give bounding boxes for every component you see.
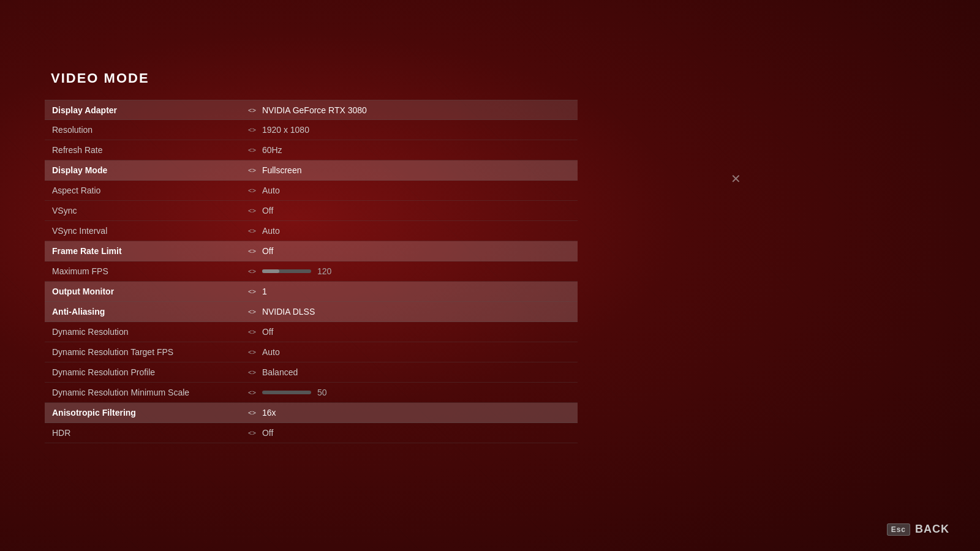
arrow-right-resolution[interactable]: >	[252, 126, 255, 133]
row-value-anisotropic-filtering: 16x	[262, 408, 276, 418]
esc-badge: Esc	[887, 523, 910, 536]
settings-row-maximum-fps[interactable]: Maximum FPS<>120	[45, 261, 578, 282]
arrows-anti-aliasing[interactable]: <>	[248, 308, 256, 315]
settings-row-vsync-interval[interactable]: VSync Interval<>Auto	[45, 221, 578, 241]
slider-fill-maximum-fps	[262, 269, 279, 273]
arrows-refresh-rate[interactable]: <>	[248, 146, 256, 154]
arrows-resolution[interactable]: <>	[248, 126, 256, 133]
row-value-dynamic-resolution: Off	[262, 327, 273, 337]
row-value-resolution: 1920 x 1080	[262, 125, 309, 135]
row-label-dynamic-resolution-target-fps: Dynamic Resolution Target FPS	[52, 347, 248, 357]
settings-row-display-mode[interactable]: Display Mode<>Fullscreen	[45, 160, 578, 181]
arrow-right-dynamic-resolution-profile[interactable]: >	[252, 369, 255, 376]
row-value-container-refresh-rate: <>60Hz	[248, 145, 570, 155]
arrows-aspect-ratio[interactable]: <>	[248, 187, 256, 194]
row-value-refresh-rate: 60Hz	[262, 145, 282, 155]
row-value-container-output-monitor: <>1	[248, 287, 570, 296]
arrow-right-vsync-interval[interactable]: >	[252, 227, 255, 234]
arrow-right-display-adapter[interactable]: >	[252, 107, 255, 114]
arrows-dynamic-resolution-minimum-scale[interactable]: <>	[248, 389, 256, 396]
slider-track-dynamic-resolution-minimum-scale[interactable]	[262, 391, 311, 394]
row-value-dynamic-resolution-profile: Balanced	[262, 367, 298, 377]
slider-number-dynamic-resolution-minimum-scale: 50	[317, 388, 336, 397]
settings-row-dynamic-resolution[interactable]: Dynamic Resolution<>Off	[45, 322, 578, 342]
row-label-anti-aliasing: Anti-Aliasing	[52, 307, 248, 317]
row-label-frame-rate-limit: Frame Rate Limit	[52, 246, 248, 256]
row-value-container-dynamic-resolution-profile: <>Balanced	[248, 367, 570, 377]
row-value-container-dynamic-resolution-target-fps: <>Auto	[248, 347, 570, 357]
arrows-display-mode[interactable]: <>	[248, 167, 256, 174]
row-label-resolution: Resolution	[52, 125, 248, 135]
close-icon[interactable]: ✕	[731, 171, 741, 186]
arrow-right-vsync[interactable]: >	[252, 207, 255, 214]
row-label-display-mode: Display Mode	[52, 165, 248, 175]
settings-row-vsync[interactable]: VSync<>Off	[45, 201, 578, 221]
settings-row-refresh-rate[interactable]: Refresh Rate<>60Hz	[45, 140, 578, 160]
row-value-container-vsync: <>Off	[248, 206, 570, 216]
settings-row-aspect-ratio[interactable]: Aspect Ratio<>Auto	[45, 181, 578, 201]
row-value-container-vsync-interval: <>Auto	[248, 226, 570, 236]
settings-row-anisotropic-filtering[interactable]: Anisotropic Filtering<>16x	[45, 403, 578, 423]
settings-row-output-monitor[interactable]: Output Monitor<>1	[45, 282, 578, 302]
settings-row-anti-aliasing[interactable]: Anti-Aliasing<>NVIDIA DLSS	[45, 302, 578, 322]
row-label-vsync-interval: VSync Interval	[52, 226, 248, 236]
row-value-aspect-ratio: Auto	[262, 186, 280, 195]
row-value-container-display-mode: <>Fullscreen	[248, 165, 570, 175]
arrow-right-dynamic-resolution[interactable]: >	[252, 328, 255, 335]
row-label-hdr: HDR	[52, 428, 248, 438]
row-label-vsync: VSync	[52, 206, 248, 216]
settings-row-resolution[interactable]: Resolution<>1920 x 1080	[45, 120, 578, 140]
row-label-refresh-rate: Refresh Rate	[52, 145, 248, 155]
arrow-right-display-mode[interactable]: >	[252, 167, 255, 174]
arrows-frame-rate-limit[interactable]: <>	[248, 247, 256, 255]
arrows-anisotropic-filtering[interactable]: <>	[248, 409, 256, 416]
arrows-dynamic-resolution[interactable]: <>	[248, 328, 256, 335]
slider-container-maximum-fps[interactable]: 120	[262, 266, 336, 276]
settings-row-dynamic-resolution-target-fps[interactable]: Dynamic Resolution Target FPS<>Auto	[45, 342, 578, 362]
settings-row-hdr[interactable]: HDR<>Off	[45, 423, 578, 443]
row-value-container-anti-aliasing: <>NVIDIA DLSS	[248, 307, 570, 317]
row-label-maximum-fps: Maximum FPS	[52, 266, 248, 276]
settings-row-display-adapter[interactable]: Display Adapter<>NVIDIA GeForce RTX 3080	[45, 100, 578, 120]
arrow-right-aspect-ratio[interactable]: >	[252, 187, 255, 194]
row-value-container-resolution: <>1920 x 1080	[248, 125, 570, 135]
row-value-dynamic-resolution-target-fps: Auto	[262, 347, 280, 357]
row-value-container-aspect-ratio: <>Auto	[248, 186, 570, 195]
slider-number-maximum-fps: 120	[317, 266, 336, 276]
back-button[interactable]: Esc BACK	[887, 523, 949, 536]
row-label-anisotropic-filtering: Anisotropic Filtering	[52, 408, 248, 418]
row-value-vsync-interval: Auto	[262, 226, 280, 236]
arrow-right-anti-aliasing[interactable]: >	[252, 308, 255, 315]
row-value-container-dynamic-resolution-minimum-scale: <>50	[248, 388, 570, 397]
settings-row-dynamic-resolution-minimum-scale[interactable]: Dynamic Resolution Minimum Scale<>50	[45, 383, 578, 403]
row-value-display-mode: Fullscreen	[262, 165, 302, 175]
row-label-dynamic-resolution: Dynamic Resolution	[52, 327, 248, 337]
settings-row-dynamic-resolution-profile[interactable]: Dynamic Resolution Profile<>Balanced	[45, 362, 578, 383]
arrows-dynamic-resolution-profile[interactable]: <>	[248, 369, 256, 376]
arrow-right-hdr[interactable]: >	[252, 429, 255, 437]
arrow-right-dynamic-resolution-minimum-scale[interactable]: >	[252, 389, 255, 396]
arrows-display-adapter[interactable]: <>	[248, 107, 256, 114]
arrow-right-maximum-fps[interactable]: >	[252, 268, 255, 275]
arrow-right-output-monitor[interactable]: >	[252, 288, 255, 295]
arrow-right-refresh-rate[interactable]: >	[252, 146, 255, 154]
row-value-container-dynamic-resolution: <>Off	[248, 327, 570, 337]
arrows-vsync-interval[interactable]: <>	[248, 227, 256, 234]
row-label-display-adapter: Display Adapter	[52, 105, 248, 115]
settings-row-frame-rate-limit[interactable]: Frame Rate Limit<>Off	[45, 241, 578, 261]
slider-container-dynamic-resolution-minimum-scale[interactable]: 50	[262, 388, 336, 397]
arrow-right-dynamic-resolution-target-fps[interactable]: >	[252, 348, 255, 356]
row-label-output-monitor: Output Monitor	[52, 287, 248, 296]
row-label-dynamic-resolution-profile: Dynamic Resolution Profile	[52, 367, 248, 377]
slider-track-maximum-fps[interactable]	[262, 269, 311, 273]
row-value-container-maximum-fps: <>120	[248, 266, 570, 276]
row-value-display-adapter: NVIDIA GeForce RTX 3080	[262, 105, 367, 115]
arrows-output-monitor[interactable]: <>	[248, 288, 256, 295]
settings-panel: Display Adapter<>NVIDIA GeForce RTX 3080…	[45, 100, 578, 443]
arrows-maximum-fps[interactable]: <>	[248, 268, 256, 275]
arrow-right-frame-rate-limit[interactable]: >	[252, 247, 255, 255]
arrows-dynamic-resolution-target-fps[interactable]: <>	[248, 348, 256, 356]
arrows-vsync[interactable]: <>	[248, 207, 256, 214]
arrows-hdr[interactable]: <>	[248, 429, 256, 437]
arrow-right-anisotropic-filtering[interactable]: >	[252, 409, 255, 416]
